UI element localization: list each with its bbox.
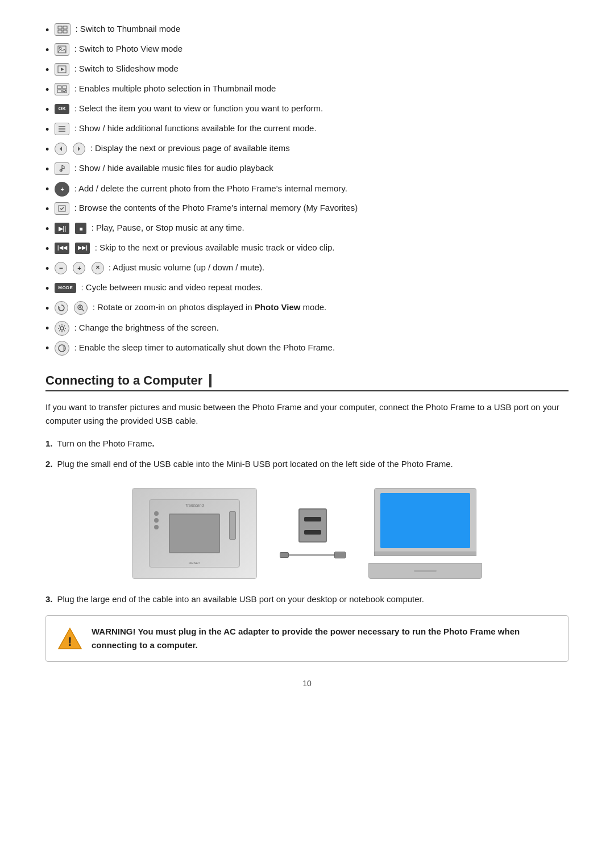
svg-line-29 — [64, 331, 65, 332]
svg-line-28 — [59, 326, 60, 327]
item-text: : Browse the contents of the Photo Frame… — [74, 203, 358, 212]
photo-frame-image: Transcend RESET — [132, 488, 257, 579]
item-content: − + ✕ : Adjust music volume (up / down /… — [55, 261, 264, 274]
item-text: : Change the brightness of the screen. — [74, 323, 218, 332]
section-heading: Connecting to a Computer — [45, 373, 569, 391]
heading-bar — [209, 374, 211, 387]
svg-marker-16 — [78, 147, 80, 151]
warning-text-bold: WARNING! You must plug in the AC adapter… — [92, 627, 520, 650]
item-text: : Show / hide additional functions avail… — [74, 123, 316, 133]
bullet-dot: • — [45, 122, 49, 137]
item-content: : Show / hide additional functions avail… — [55, 122, 316, 135]
list-item: • MODE : Cycle between music and video r… — [45, 281, 569, 297]
item-text: : Switch to Slideshow mode — [74, 64, 178, 73]
item-text: : Cycle between music and video repeat m… — [81, 282, 262, 292]
step-2-text: Plug the small end of the USB cable into… — [57, 457, 453, 471]
ok-icon: OK — [55, 104, 69, 114]
item-content: : Switch to Thumbnail mode — [55, 23, 180, 36]
bullet-dot: • — [45, 62, 49, 78]
svg-rect-8 — [57, 86, 61, 89]
multi-select-icon — [55, 83, 69, 95]
add-delete-icon: + — [55, 182, 69, 197]
mode-icon: MODE — [55, 283, 76, 293]
page-number: 10 — [45, 679, 569, 688]
bullet-dot: • — [45, 102, 49, 118]
item-content: : Enables multiple photo selection in Th… — [55, 82, 276, 95]
list-item: • + : Add / delete the current photo fro… — [45, 182, 569, 197]
rotate-icon — [55, 301, 68, 315]
intro-paragraph: If you want to transfer pictures and mus… — [45, 400, 569, 428]
list-item: • |◀◀ ▶▶| : Skip to the next or previous… — [45, 241, 569, 257]
list-item: • : Enable the sleep timer to automatica… — [45, 341, 569, 356]
play-pause-icon: ▶|| — [55, 223, 69, 234]
step-3-number: 3. — [45, 592, 53, 606]
bullet-dot: • — [45, 222, 49, 237]
svg-rect-10 — [57, 90, 61, 93]
bullet-dot: • — [45, 162, 49, 177]
step-1: 1. Turn on the Photo Frame. — [45, 437, 569, 450]
bullet-dot: • — [45, 202, 49, 217]
laptop-image — [368, 488, 482, 579]
feature-list: • : Switch to Thumbnail mode • : Switch … — [45, 23, 569, 356]
brightness-icon — [55, 321, 69, 336]
warning-text: WARNING! You must plug in the AC adapter… — [92, 625, 557, 652]
item-text: : Switch to Thumbnail mode — [75, 24, 180, 34]
bullet-dot: • — [45, 261, 49, 277]
list-item: • : Show / hide available music files fo… — [45, 162, 569, 177]
item-text: : Switch to Photo View mode — [74, 44, 182, 53]
item-content: : Enable the sleep timer to automaticall… — [55, 341, 335, 356]
svg-point-5 — [59, 47, 61, 49]
item-content: : Display the next or previous page of a… — [55, 142, 289, 155]
svg-rect-1 — [63, 26, 67, 29]
item-content: : Show / hide available music files for … — [55, 162, 273, 175]
item-text: : Select the item you want to view or fu… — [74, 103, 323, 113]
svg-rect-9 — [63, 86, 67, 89]
item-content: MODE : Cycle between music and video rep… — [55, 281, 263, 294]
bullet-dot: • — [45, 281, 49, 297]
item-text: : Add / delete the current photo from th… — [74, 183, 347, 193]
item-content: : Browse the contents of the Photo Frame… — [55, 202, 358, 215]
list-item: • : Switch to Thumbnail mode — [45, 23, 569, 38]
svg-marker-7 — [61, 68, 64, 71]
photo-view-icon — [55, 43, 69, 56]
item-content: : Rotate or zoom-in on photos displayed … — [55, 301, 326, 315]
bullet-dot: • — [45, 341, 49, 356]
next-page-icon — [73, 143, 85, 155]
prev-page-icon — [55, 143, 67, 155]
steps-list: 1. Turn on the Photo Frame. 2. Plug the … — [45, 437, 569, 471]
item-content: |◀◀ ▶▶| : Skip to the next or previous a… — [55, 241, 334, 254]
mute-icon: ✕ — [92, 262, 104, 274]
bullet-dot: • — [45, 82, 49, 98]
step-3-list: 3. Plug the large end of the cable into … — [45, 592, 569, 606]
list-item: • : Switch to Slideshow mode — [45, 62, 569, 78]
item-text: : Adjust music volume (up / down / mute)… — [109, 262, 264, 272]
bullet-dot: • — [45, 301, 49, 316]
item-text: : Show / hide available music files for … — [74, 163, 273, 173]
step-3-text: Plug the large end of the cable into an … — [57, 592, 424, 606]
step-1-text: Turn on the Photo Frame. — [57, 437, 155, 450]
item-content: : Switch to Photo View mode — [55, 43, 182, 56]
thumbnail-icon — [55, 23, 70, 36]
svg-marker-15 — [60, 147, 62, 151]
svg-text:!: ! — [68, 635, 72, 649]
sleep-timer-icon — [55, 341, 69, 356]
list-item: • : Show / hide additional functions ava… — [45, 122, 569, 137]
svg-rect-2 — [58, 30, 62, 33]
item-text: : Enables multiple photo selection in Th… — [74, 84, 276, 93]
bullet-dot: • — [45, 43, 49, 58]
item-text: : Play, Pause, or Stop music at any time… — [92, 223, 244, 232]
section-title: Connecting to a Computer — [45, 373, 202, 388]
list-item: • : Browse the contents of the Photo Fra… — [45, 202, 569, 217]
zoom-icon — [74, 301, 88, 315]
list-item: • − + ✕ : Adjust music volume (up / down… — [45, 261, 569, 277]
item-content: : Switch to Slideshow mode — [55, 62, 179, 76]
list-item: • : Enables multiple photo selection in … — [45, 82, 569, 98]
menu-icon — [55, 123, 69, 135]
music-icon — [55, 162, 69, 175]
svg-line-31 — [59, 331, 60, 332]
svg-line-20 — [82, 309, 84, 311]
step-2-number: 2. — [45, 457, 53, 471]
bullet-dot: • — [45, 142, 49, 157]
svg-line-30 — [64, 326, 65, 327]
item-text: : Skip to the next or previous available… — [95, 243, 335, 252]
